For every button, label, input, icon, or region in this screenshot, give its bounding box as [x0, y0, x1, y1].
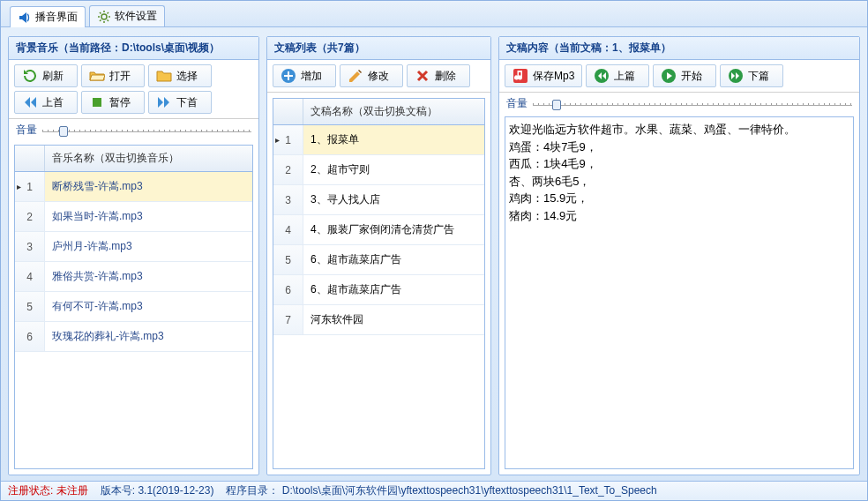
forward-icon [728, 68, 744, 84]
delete-icon [415, 68, 430, 84]
tab-broadcast[interactable]: 播音界面 [10, 6, 86, 27]
play-button[interactable]: 开始 [653, 64, 716, 87]
plus-icon [281, 68, 296, 84]
version-label: 版本号: [101, 484, 135, 497]
row-name: 6、超市蔬菜店广告 [303, 279, 484, 301]
dir-value: D:\tools\桌面\河东软件园\yftexttospeech31\yftex… [282, 484, 657, 497]
bgmusic-volume-slider[interactable] [42, 124, 251, 137]
row-number: 3 [273, 185, 303, 214]
edit-button[interactable]: 修改 [340, 64, 403, 87]
tab-settings[interactable]: 软件设置 [89, 5, 165, 26]
prev-track-button[interactable]: 上首 [14, 91, 78, 114]
row-name: 玫瑰花的葬礼-许嵩.mp3 [45, 325, 252, 348]
scripts-grid: 文稿名称（双击切换文稿） 11、报菜单22、超市守则33、寻人找人店44、服装厂… [273, 98, 485, 469]
refresh-button[interactable]: 刷新 [14, 64, 78, 87]
row-number: 2 [273, 155, 303, 184]
music-grid: 音乐名称（双击切换音乐） 1断桥残雪-许嵩.mp32如果当时-许嵩.mp33庐州… [14, 145, 253, 469]
slider-thumb[interactable] [59, 126, 68, 137]
music-grid-body[interactable]: 1断桥残雪-许嵩.mp32如果当时-许嵩.mp33庐州月-许嵩.mp34雅俗共赏… [15, 172, 252, 468]
row-number: 1 [15, 172, 45, 201]
table-row[interactable]: 11、报菜单 [273, 125, 484, 155]
volume-label: 音量 [506, 96, 528, 111]
select-button[interactable]: 选择 [148, 64, 212, 87]
script-content-text[interactable]: 欢迎光临远方软件超市。水果、蔬菜、鸡蛋、一律特价。 鸡蛋：4块7毛9， 西瓜：1… [505, 116, 854, 469]
row-number: 5 [273, 245, 303, 274]
panel-title: 文稿内容（当前文稿：1、报菜单） [499, 37, 859, 60]
music-note-icon [513, 68, 528, 84]
table-row[interactable]: 7河东软件园 [273, 305, 484, 335]
table-row[interactable]: 56、超市蔬菜店广告 [273, 245, 484, 275]
row-name: 河东软件园 [303, 309, 484, 331]
next-script-button[interactable]: 下篇 [720, 64, 783, 87]
svg-line-6 [108, 19, 109, 21]
row-name: 1、报菜单 [303, 129, 484, 151]
table-row[interactable]: 66、超市蔬菜店广告 [273, 275, 484, 305]
row-number: 6 [15, 322, 45, 351]
svg-point-0 [101, 14, 107, 19]
row-number: 5 [15, 292, 45, 321]
row-number: 4 [273, 215, 303, 244]
next-icon [156, 94, 172, 110]
row-number: 3 [15, 232, 45, 261]
table-row[interactable]: 4雅俗共赏-许嵩.mp3 [15, 262, 252, 292]
svg-rect-9 [93, 98, 101, 107]
row-number: 1 [273, 125, 303, 154]
row-name: 2、超市守则 [303, 159, 484, 181]
folder-open-icon [89, 68, 105, 84]
play-icon [661, 68, 677, 84]
folder-icon [156, 68, 172, 84]
content-toolbar: 保存Mp3 上篇 开始 下篇 [499, 60, 859, 93]
tab-label: 软件设置 [115, 9, 157, 24]
delete-button[interactable]: 删除 [407, 64, 470, 87]
pause-button[interactable]: 暂停 [81, 91, 145, 114]
gear-icon [97, 10, 111, 24]
open-button[interactable]: 打开 [81, 64, 145, 87]
table-row[interactable]: 33、寻人找人店 [273, 185, 484, 215]
table-row[interactable]: 1断桥残雪-许嵩.mp3 [15, 172, 252, 202]
row-number: 4 [15, 262, 45, 291]
reg-value: 未注册 [56, 484, 88, 497]
add-button[interactable]: 增加 [273, 64, 336, 87]
table-row[interactable]: 44、服装厂家倒闭清仓清货广告 [273, 215, 484, 245]
row-number: 7 [273, 305, 303, 334]
status-bar: 注册状态: 未注册 版本号: 3.1(2019-12-23) 程序目录： D:\… [1, 481, 867, 500]
panel-title: 背景音乐（当前路径：D:\tools\桌面\视频） [9, 37, 258, 60]
svg-line-5 [100, 12, 101, 14]
row-name: 雅俗共赏-许嵩.mp3 [45, 265, 252, 288]
scripts-toolbar: 增加 修改 删除 [267, 60, 490, 93]
slider-thumb[interactable] [552, 100, 561, 110]
content-volume: 音量 [499, 93, 859, 113]
table-row[interactable]: 6玫瑰花的葬礼-许嵩.mp3 [15, 322, 252, 352]
content-volume-slider[interactable] [533, 98, 852, 110]
panel-title: 文稿列表（共7篇） [267, 37, 490, 60]
svg-line-8 [108, 12, 109, 14]
dir-label: 程序目录： [226, 484, 279, 497]
grid-header: 文稿名称（双击切换文稿） [303, 99, 484, 124]
prev-script-button[interactable]: 上篇 [586, 64, 649, 87]
grid-header: 音乐名称（双击切换音乐） [45, 146, 252, 171]
row-name: 如果当时-许嵩.mp3 [45, 206, 252, 228]
pencil-icon [348, 68, 363, 84]
reg-label: 注册状态: [8, 484, 53, 497]
scripts-grid-body[interactable]: 11、报菜单22、超市守则33、寻人找人店44、服装厂家倒闭清仓清货广告56、超… [273, 125, 484, 468]
row-name: 6、超市蔬菜店广告 [303, 249, 484, 271]
row-name: 4、服装厂家倒闭清仓清货广告 [303, 219, 484, 241]
prev-icon [22, 94, 38, 110]
svg-line-7 [100, 19, 101, 21]
row-name: 有何不可-许嵩.mp3 [45, 295, 252, 318]
table-row[interactable]: 5有何不可-许嵩.mp3 [15, 292, 252, 322]
save-mp3-button[interactable]: 保存Mp3 [505, 64, 582, 87]
refresh-icon [22, 68, 38, 84]
table-row[interactable]: 3庐州月-许嵩.mp3 [15, 232, 252, 262]
panel-content: 文稿内容（当前文稿：1、报菜单） 保存Mp3 上篇 开始 下篇 [498, 36, 860, 475]
row-name: 庐州月-许嵩.mp3 [45, 236, 252, 258]
tab-bar: 播音界面 软件设置 [1, 1, 867, 27]
row-name: 3、寻人找人店 [303, 189, 484, 211]
row-number: 6 [273, 275, 303, 304]
table-row[interactable]: 2如果当时-许嵩.mp3 [15, 202, 252, 232]
pause-icon [89, 94, 105, 110]
table-row[interactable]: 22、超市守则 [273, 155, 484, 185]
rewind-icon [594, 68, 610, 84]
next-track-button[interactable]: 下首 [148, 91, 212, 114]
bgmusic-toolbar: 刷新 打开 选择 上首 暂停 [9, 60, 258, 119]
